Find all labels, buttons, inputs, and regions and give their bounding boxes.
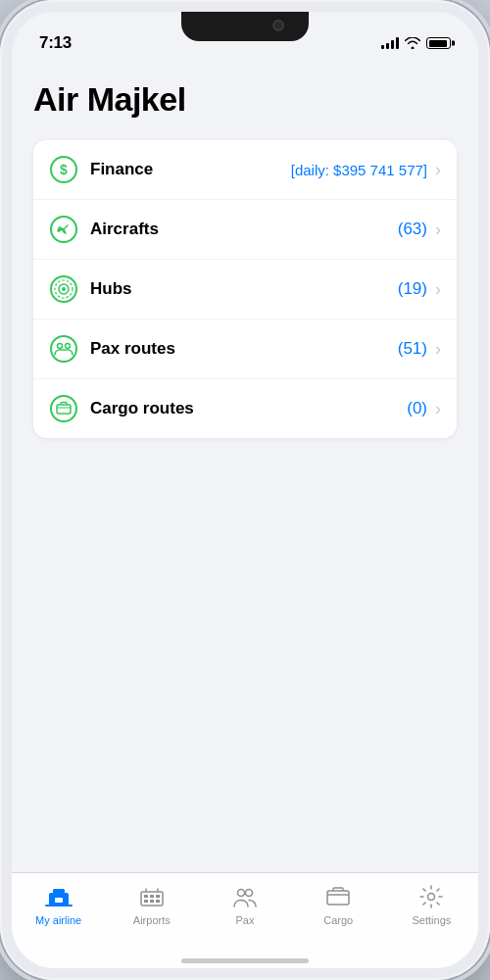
svg-rect-13: [53, 889, 65, 896]
aircrafts-badge: (63): [393, 220, 427, 239]
tab-settings[interactable]: Settings: [385, 883, 478, 926]
main-content: Air Majkel $ Finance [daily: $395 741 57…: [12, 61, 478, 872]
tab-my-airline[interactable]: My airline: [12, 883, 105, 926]
svg-rect-15: [141, 892, 163, 906]
cargo-routes-badge: (0): [403, 399, 428, 418]
pax-routes-icon: [49, 334, 78, 364]
battery-icon: [426, 37, 451, 49]
tab-bar: My airline Airports: [12, 872, 478, 960]
hubs-text-group: Hubs (19): [90, 279, 427, 299]
camera: [272, 20, 284, 31]
svg-rect-17: [150, 895, 154, 898]
svg-rect-20: [150, 900, 154, 903]
aircrafts-icon: [49, 215, 78, 244]
signal-icon: [381, 37, 399, 49]
svg-point-7: [51, 336, 76, 362]
svg-point-22: [238, 890, 245, 897]
tab-pax-label: Pax: [236, 914, 255, 926]
hubs-chevron: ›: [435, 279, 441, 300]
svg-rect-14: [55, 898, 63, 903]
tab-settings-label: Settings: [413, 914, 452, 926]
app-title: Air Majkel: [33, 80, 457, 119]
pax-routes-chevron: ›: [435, 339, 441, 360]
svg-rect-24: [327, 891, 349, 905]
finance-text-group: Finance [daily: $395 741 577]: [90, 160, 427, 179]
svg-point-6: [62, 287, 66, 291]
home-indicator: [12, 960, 478, 968]
tab-airports[interactable]: Airports: [105, 883, 198, 926]
menu-item-finance[interactable]: $ Finance [daily: $395 741 577] ›: [33, 140, 457, 200]
pax-routes-text-group: Pax routes (51): [90, 339, 427, 359]
status-time: 7:13: [39, 33, 72, 53]
svg-text:$: $: [60, 162, 68, 177]
cargo-icon: [324, 883, 352, 910]
cargo-routes-icon: [49, 394, 78, 423]
finance-label: Finance: [90, 160, 281, 179]
menu-item-hubs[interactable]: Hubs (19) ›: [33, 260, 457, 319]
aircrafts-text-group: Aircrafts (63): [90, 220, 427, 239]
menu-card: $ Finance [daily: $395 741 577] ›: [33, 140, 457, 438]
notch: [181, 12, 309, 41]
menu-item-pax-routes[interactable]: Pax routes (51) ›: [33, 319, 457, 379]
aircrafts-chevron: ›: [435, 220, 441, 240]
pax-routes-label: Pax routes: [90, 339, 387, 359]
svg-rect-11: [57, 405, 71, 414]
airports-icon: [138, 883, 166, 910]
tab-cargo[interactable]: Cargo: [292, 883, 385, 926]
svg-rect-19: [144, 900, 148, 903]
settings-icon: [417, 883, 445, 910]
finance-badge: [daily: $395 741 577]: [287, 162, 427, 178]
hubs-label: Hubs: [90, 279, 387, 299]
tab-cargo-label: Cargo: [323, 914, 353, 926]
my-airline-icon: [45, 883, 73, 910]
tab-airports-label: Airports: [133, 914, 171, 926]
aircrafts-label: Aircrafts: [90, 220, 387, 239]
finance-chevron: ›: [435, 160, 441, 180]
svg-point-8: [58, 344, 63, 349]
hubs-badge: (19): [393, 279, 427, 299]
menu-item-aircrafts[interactable]: Aircrafts (63) ›: [33, 200, 457, 260]
wifi-icon: [405, 37, 420, 49]
phone-frame: 7:13 Air Majkel: [0, 0, 490, 980]
status-icons: [381, 37, 451, 49]
hubs-icon: [49, 274, 78, 304]
tab-pax[interactable]: Pax: [198, 883, 291, 926]
screen: 7:13 Air Majkel: [12, 12, 478, 968]
svg-rect-16: [144, 895, 148, 898]
svg-point-23: [246, 890, 253, 897]
svg-point-10: [51, 396, 76, 421]
svg-point-25: [428, 894, 435, 901]
cargo-routes-label: Cargo routes: [90, 399, 397, 418]
pax-icon: [231, 883, 259, 910]
cargo-routes-chevron: ›: [435, 399, 441, 419]
tab-my-airline-label: My airline: [35, 914, 81, 926]
finance-icon: $: [49, 155, 78, 184]
svg-rect-18: [156, 895, 160, 898]
svg-rect-21: [156, 900, 160, 903]
cargo-routes-text-group: Cargo routes (0): [90, 399, 427, 418]
svg-point-9: [66, 344, 71, 349]
menu-item-cargo-routes[interactable]: Cargo routes (0) ›: [33, 379, 457, 438]
pax-routes-badge: (51): [393, 339, 427, 359]
